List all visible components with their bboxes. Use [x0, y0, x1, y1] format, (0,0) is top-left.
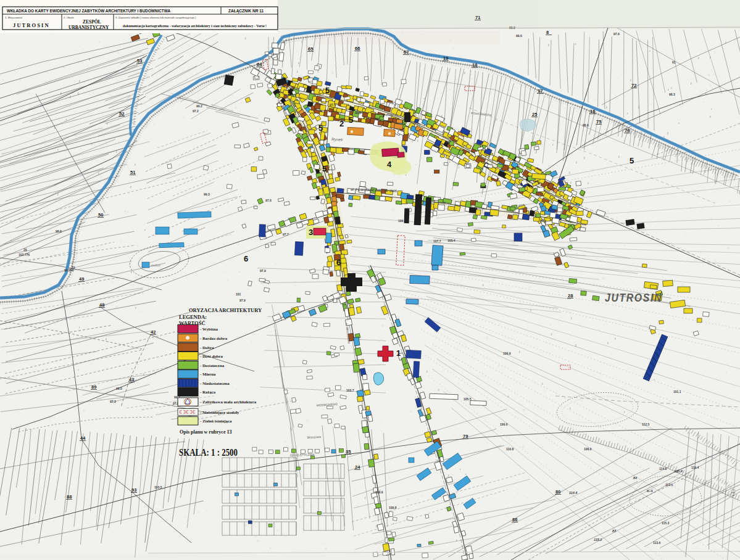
svg-text:URBANISTYCZNY: URBANISTYCZNY	[69, 25, 109, 30]
svg-text:113.6: 113.6	[653, 541, 660, 545]
svg-text:114.0: 114.0	[659, 467, 667, 471]
svg-text:ZAŁĄCZNIK NR 11: ZAŁĄCZNIK NR 11	[228, 9, 264, 14]
svg-text:74: 74	[625, 128, 630, 133]
svg-text:JUTROSIN: JUTROSIN	[605, 291, 662, 304]
svg-text:5: 5	[288, 88, 292, 97]
svg-text:65: 65	[308, 46, 313, 52]
svg-text:49: 49	[79, 276, 84, 282]
svg-text:18: 18	[472, 62, 477, 68]
svg-text:79: 79	[463, 434, 468, 439]
svg-text:99.3: 99.3	[204, 192, 210, 196]
svg-text:103.7: 103.7	[346, 389, 354, 392]
svg-text:61: 61	[672, 60, 676, 64]
svg-text:44: 44	[80, 435, 86, 441]
svg-text:66: 66	[355, 46, 360, 51]
svg-text:98.9: 98.9	[583, 123, 589, 127]
svg-text:- Zabytkowa mała architektura: - Zabytkowa mała architektura	[200, 400, 257, 404]
svg-text:98.3: 98.3	[669, 93, 675, 96]
svg-text:5: 5	[349, 115, 353, 125]
svg-text:48: 48	[99, 302, 104, 308]
svg-text:89: 89	[91, 384, 96, 390]
svg-text:83: 83	[612, 529, 616, 533]
svg-text:80: 80	[555, 489, 560, 495]
svg-text:42: 42	[151, 329, 156, 335]
svg-text:109.9: 109.9	[503, 352, 511, 355]
svg-text:- Dostateczna: - Dostateczna	[200, 363, 225, 368]
svg-text:99.2: 99.2	[196, 104, 202, 108]
svg-text:75: 75	[596, 119, 601, 125]
svg-text:107.7: 107.7	[433, 239, 441, 243]
svg-text:64: 64	[257, 62, 262, 67]
svg-text:107: 107	[446, 140, 451, 144]
svg-text:98.0: 98.0	[56, 229, 62, 233]
svg-text:1: 1	[396, 348, 401, 358]
svg-text:29: 29	[23, 248, 27, 252]
svg-text:99.8: 99.8	[355, 111, 361, 115]
svg-text:3: 3	[309, 228, 313, 237]
svg-text:Opis planu w rubryce 13: Opis planu w rubryce 13	[180, 429, 231, 435]
svg-text:5: 5	[630, 156, 634, 165]
svg-text:17: 17	[538, 88, 543, 94]
svg-text:stadion: stadion	[151, 263, 160, 267]
svg-text:97.5: 97.5	[330, 103, 336, 107]
svg-text:K-4: K-4	[647, 489, 653, 493]
svg-text:4: 4	[387, 160, 392, 169]
svg-text:99.0: 99.0	[116, 387, 122, 390]
svg-text:2. Obiekt: 2. Obiekt	[64, 16, 75, 19]
svg-text:93: 93	[131, 487, 136, 493]
svg-text:- Nieistniejące stodoły: - Nieistniejące stodoły	[200, 410, 239, 414]
svg-text:103.4: 103.4	[447, 239, 455, 242]
svg-text:97.9: 97.9	[613, 32, 620, 36]
svg-text:115.2: 115.2	[594, 538, 602, 541]
svg-text:Brzozowa: Brzozowa	[307, 435, 321, 439]
svg-text:97.2: 97.2	[193, 109, 199, 113]
svg-text:103.4: 103.4	[674, 469, 683, 473]
svg-text:86: 86	[512, 517, 517, 522]
svg-text:1. Miejscowość: 1. Miejscowość	[5, 16, 22, 19]
svg-text:6: 6	[336, 258, 341, 267]
svg-text:- Dość dobra: - Dość dobra	[200, 354, 223, 358]
svg-text:99.6: 99.6	[516, 34, 522, 38]
svg-text:112.5: 112.5	[665, 483, 673, 487]
svg-text:25: 25	[532, 112, 537, 117]
svg-text:ORYZACJA ARCHITEKTURY: ORYZACJA ARCHITEKTURY	[189, 307, 262, 313]
svg-text:71: 71	[475, 15, 480, 20]
svg-text:50: 50	[98, 212, 103, 218]
svg-text:6: 6	[244, 254, 248, 263]
svg-text:- Mierna: - Mierna	[200, 372, 216, 376]
svg-text:53: 53	[137, 58, 142, 64]
svg-text:- Wybitna: - Wybitna	[200, 327, 218, 331]
svg-text:110.8: 110.8	[506, 447, 513, 451]
svg-text:19: 19	[443, 56, 448, 61]
svg-text:102.776: 102.776	[19, 253, 30, 257]
svg-text:119.4: 119.4	[691, 466, 699, 469]
svg-text:115.3: 115.3	[662, 521, 669, 525]
svg-text:WKŁADKA DO KARTY EWIDENCYJNEJ: WKŁADKA DO KARTY EWIDENCYJNEJ ZABYTKÓW A…	[7, 8, 170, 13]
svg-text:dokumentacja kartograficzna -: dokumentacja kartograficzna - waloryzacj…	[123, 24, 267, 28]
svg-text:43: 43	[129, 377, 134, 382]
svg-text:103.5: 103.5	[154, 485, 162, 489]
svg-text:5: 5	[318, 123, 323, 133]
svg-text:97.3: 97.3	[110, 400, 116, 403]
svg-text:51: 51	[130, 170, 135, 175]
svg-text:SKALA: 1 : 2500: SKALA: 1 : 2500	[179, 447, 238, 458]
svg-text:28: 28	[568, 293, 573, 299]
svg-text:3. Zawartość wkładki ( nazwa z: 3. Zawartość wkładki ( nazwa złożenia lu…	[115, 16, 196, 19]
svg-text:- Niedostateczna: - Niedostateczna	[200, 381, 230, 385]
svg-text:72: 72	[72, 266, 75, 270]
svg-text:109.9: 109.9	[375, 490, 383, 494]
svg-text:24: 24	[355, 464, 360, 470]
svg-text:97.7: 97.7	[283, 233, 289, 236]
svg-text:97.9: 97.9	[239, 299, 246, 302]
svg-text:109.0: 109.0	[500, 422, 508, 426]
svg-text:108.0: 108.0	[584, 447, 592, 451]
svg-text:72: 72	[631, 83, 636, 88]
svg-text:97.9: 97.9	[260, 269, 266, 273]
svg-text:98.9: 98.9	[540, 219, 546, 223]
svg-text:84: 84	[633, 476, 637, 480]
svg-text:52: 52	[119, 111, 124, 117]
svg-text:114.4: 114.4	[569, 491, 577, 495]
svg-text:- Zieleń istniejąca: - Zieleń istniejąca	[200, 419, 232, 423]
svg-text:ZESPÓŁ: ZESPÓŁ	[83, 19, 101, 25]
svg-text:5: 5	[325, 86, 330, 95]
